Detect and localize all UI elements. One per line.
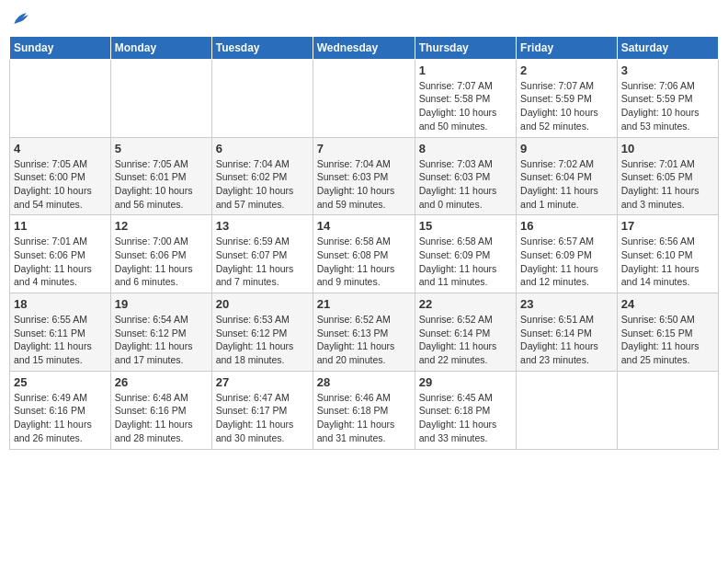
day-number: 23 — [520, 297, 613, 311]
day-number: 29 — [419, 375, 512, 389]
page-header — [9, 9, 719, 29]
calendar-body: 1Sunrise: 7:07 AM Sunset: 5:58 PM Daylig… — [10, 59, 719, 449]
day-number: 28 — [317, 375, 411, 389]
calendar-header: SundayMondayTuesdayWednesdayThursdayFrid… — [10, 36, 719, 59]
calendar-cell: 17Sunrise: 6:56 AM Sunset: 6:10 PM Dayli… — [617, 215, 718, 293]
day-info: Sunrise: 7:04 AM Sunset: 6:02 PM Dayligh… — [216, 157, 309, 212]
calendar-cell — [313, 59, 415, 137]
calendar-cell: 15Sunrise: 6:58 AM Sunset: 6:09 PM Dayli… — [415, 215, 516, 293]
logo-bird-icon — [11, 10, 29, 29]
day-number: 21 — [317, 297, 411, 311]
calendar-cell — [10, 59, 111, 137]
day-info: Sunrise: 6:50 AM Sunset: 6:15 PM Dayligh… — [621, 313, 714, 367]
day-info: Sunrise: 6:52 AM Sunset: 6:14 PM Dayligh… — [419, 313, 512, 367]
day-number: 9 — [520, 142, 613, 155]
calendar-cell: 5Sunrise: 7:05 AM Sunset: 6:01 PM Daylig… — [110, 137, 211, 215]
day-info: Sunrise: 6:52 AM Sunset: 6:13 PM Dayligh… — [317, 313, 411, 367]
calendar-cell: 4Sunrise: 7:05 AM Sunset: 6:00 PM Daylig… — [10, 137, 111, 215]
day-number: 18 — [14, 297, 107, 311]
day-number: 13 — [216, 219, 309, 233]
calendar-week-row: 1Sunrise: 7:07 AM Sunset: 5:58 PM Daylig… — [10, 59, 719, 137]
calendar-cell: 18Sunrise: 6:55 AM Sunset: 6:11 PM Dayli… — [10, 293, 111, 372]
day-of-week-header: Thursday — [415, 36, 516, 59]
day-info: Sunrise: 7:01 AM Sunset: 6:05 PM Dayligh… — [621, 157, 714, 212]
day-of-week-header: Friday — [517, 36, 618, 59]
day-of-week-header: Wednesday — [313, 36, 415, 59]
day-of-week-header: Tuesday — [211, 36, 313, 59]
calendar-cell: 26Sunrise: 6:48 AM Sunset: 6:16 PM Dayli… — [110, 371, 211, 449]
day-number: 16 — [520, 219, 613, 233]
day-info: Sunrise: 6:58 AM Sunset: 6:09 PM Dayligh… — [419, 235, 512, 289]
day-number: 12 — [115, 219, 208, 233]
calendar-cell: 7Sunrise: 7:04 AM Sunset: 6:03 PM Daylig… — [313, 137, 415, 215]
calendar-cell — [517, 371, 618, 449]
day-number: 24 — [621, 297, 714, 311]
day-info: Sunrise: 6:49 AM Sunset: 6:16 PM Dayligh… — [14, 391, 107, 445]
calendar-cell: 6Sunrise: 7:04 AM Sunset: 6:02 PM Daylig… — [211, 137, 313, 215]
day-number: 5 — [115, 142, 208, 155]
day-of-week-header: Monday — [110, 36, 211, 59]
day-info: Sunrise: 7:05 AM Sunset: 6:01 PM Dayligh… — [115, 157, 208, 212]
calendar-cell: 20Sunrise: 6:53 AM Sunset: 6:12 PM Dayli… — [211, 293, 313, 372]
day-number: 19 — [115, 297, 208, 311]
day-number: 26 — [115, 375, 208, 389]
calendar-cell: 19Sunrise: 6:54 AM Sunset: 6:12 PM Dayli… — [110, 293, 211, 372]
day-number: 7 — [317, 142, 411, 155]
day-info: Sunrise: 6:56 AM Sunset: 6:10 PM Dayligh… — [621, 235, 714, 289]
day-info: Sunrise: 7:02 AM Sunset: 6:04 PM Dayligh… — [520, 157, 613, 212]
calendar-cell — [211, 59, 313, 137]
calendar-cell: 9Sunrise: 7:02 AM Sunset: 6:04 PM Daylig… — [517, 137, 618, 215]
day-number: 3 — [621, 63, 714, 77]
calendar-cell: 2Sunrise: 7:07 AM Sunset: 5:59 PM Daylig… — [517, 59, 618, 137]
calendar-cell: 8Sunrise: 7:03 AM Sunset: 6:03 PM Daylig… — [415, 137, 516, 215]
day-number: 10 — [621, 142, 714, 155]
calendar-cell: 28Sunrise: 6:46 AM Sunset: 6:18 PM Dayli… — [313, 371, 415, 449]
day-info: Sunrise: 7:07 AM Sunset: 5:58 PM Dayligh… — [419, 79, 512, 133]
day-number: 22 — [419, 297, 512, 311]
calendar-cell: 14Sunrise: 6:58 AM Sunset: 6:08 PM Dayli… — [313, 215, 415, 293]
calendar-cell — [110, 59, 211, 137]
day-info: Sunrise: 6:48 AM Sunset: 6:16 PM Dayligh… — [115, 391, 208, 445]
calendar-cell — [617, 371, 718, 449]
calendar-cell: 10Sunrise: 7:01 AM Sunset: 6:05 PM Dayli… — [617, 137, 718, 215]
day-info: Sunrise: 6:55 AM Sunset: 6:11 PM Dayligh… — [14, 313, 107, 367]
calendar-week-row: 11Sunrise: 7:01 AM Sunset: 6:06 PM Dayli… — [10, 215, 719, 293]
day-info: Sunrise: 6:47 AM Sunset: 6:17 PM Dayligh… — [216, 391, 309, 445]
day-of-week-header: Saturday — [617, 36, 718, 59]
calendar-cell: 12Sunrise: 7:00 AM Sunset: 6:06 PM Dayli… — [110, 215, 211, 293]
logo — [9, 9, 29, 29]
calendar-week-row: 25Sunrise: 6:49 AM Sunset: 6:16 PM Dayli… — [10, 371, 719, 449]
calendar-cell: 25Sunrise: 6:49 AM Sunset: 6:16 PM Dayli… — [10, 371, 111, 449]
day-number: 25 — [14, 375, 107, 389]
calendar-table: SundayMondayTuesdayWednesdayThursdayFrid… — [9, 36, 719, 450]
day-number: 20 — [216, 297, 309, 311]
calendar-cell: 3Sunrise: 7:06 AM Sunset: 5:59 PM Daylig… — [617, 59, 718, 137]
calendar-cell: 29Sunrise: 6:45 AM Sunset: 6:18 PM Dayli… — [415, 371, 516, 449]
day-info: Sunrise: 7:06 AM Sunset: 5:59 PM Dayligh… — [621, 79, 714, 133]
day-info: Sunrise: 6:51 AM Sunset: 6:14 PM Dayligh… — [520, 313, 613, 367]
day-info: Sunrise: 6:59 AM Sunset: 6:07 PM Dayligh… — [216, 235, 309, 289]
calendar-cell: 1Sunrise: 7:07 AM Sunset: 5:58 PM Daylig… — [415, 59, 516, 137]
day-info: Sunrise: 7:05 AM Sunset: 6:00 PM Dayligh… — [14, 157, 107, 212]
day-info: Sunrise: 6:54 AM Sunset: 6:12 PM Dayligh… — [115, 313, 208, 367]
day-info: Sunrise: 7:03 AM Sunset: 6:03 PM Dayligh… — [419, 157, 512, 212]
day-number: 1 — [419, 63, 512, 77]
day-info: Sunrise: 7:00 AM Sunset: 6:06 PM Dayligh… — [115, 235, 208, 289]
calendar-cell: 16Sunrise: 6:57 AM Sunset: 6:09 PM Dayli… — [517, 215, 618, 293]
calendar-cell: 13Sunrise: 6:59 AM Sunset: 6:07 PM Dayli… — [211, 215, 313, 293]
days-of-week-row: SundayMondayTuesdayWednesdayThursdayFrid… — [10, 36, 719, 59]
day-number: 11 — [14, 219, 107, 233]
day-number: 15 — [419, 219, 512, 233]
calendar-week-row: 18Sunrise: 6:55 AM Sunset: 6:11 PM Dayli… — [10, 293, 719, 372]
calendar-cell: 21Sunrise: 6:52 AM Sunset: 6:13 PM Dayli… — [313, 293, 415, 372]
day-info: Sunrise: 6:46 AM Sunset: 6:18 PM Dayligh… — [317, 391, 411, 445]
day-info: Sunrise: 6:45 AM Sunset: 6:18 PM Dayligh… — [419, 391, 512, 445]
day-number: 2 — [520, 63, 613, 77]
day-number: 8 — [419, 142, 512, 155]
day-info: Sunrise: 7:04 AM Sunset: 6:03 PM Dayligh… — [317, 157, 411, 212]
day-info: Sunrise: 6:57 AM Sunset: 6:09 PM Dayligh… — [520, 235, 613, 289]
calendar-cell: 23Sunrise: 6:51 AM Sunset: 6:14 PM Dayli… — [517, 293, 618, 372]
day-number: 6 — [216, 142, 309, 155]
day-number: 27 — [216, 375, 309, 389]
calendar-cell: 11Sunrise: 7:01 AM Sunset: 6:06 PM Dayli… — [10, 215, 111, 293]
